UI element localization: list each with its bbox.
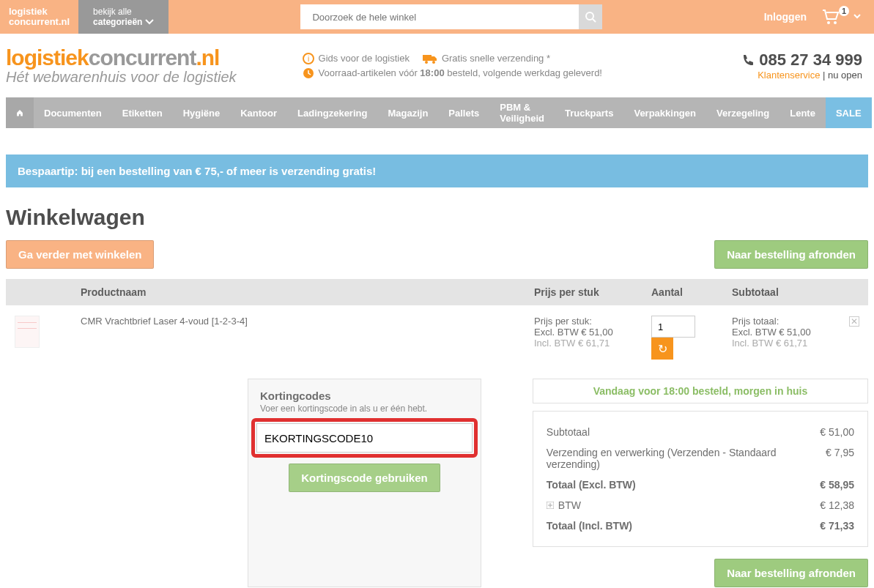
nav-item-9[interactable]: Verpakkingen xyxy=(623,97,706,128)
price-label: Prijs per stuk: xyxy=(534,316,634,327)
th-price: Prijs per stuk xyxy=(525,279,642,305)
top-logo[interactable]: logistiek concurrent.nl xyxy=(0,7,78,28)
nav-item-2[interactable]: Hygiëne xyxy=(173,97,231,128)
qty-update-button[interactable]: ↻ xyxy=(651,338,673,360)
subtotal-excl: Excl. BTW € 51,00 xyxy=(732,327,832,338)
chevron-down-icon xyxy=(145,18,154,26)
totals-ship-label: Verzending en verwerking (Verzenden - St… xyxy=(547,447,813,470)
nav-item-5[interactable]: Magazijn xyxy=(377,97,438,128)
svg-point-8 xyxy=(432,61,435,64)
checkout-button-bottom[interactable]: Naar bestelling afronden xyxy=(714,559,868,587)
svg-line-1 xyxy=(593,19,596,22)
top-logo-line1: logistiek xyxy=(9,7,70,17)
all-cat-line1: bekijk alle xyxy=(93,7,154,17)
info-icon: i xyxy=(303,53,314,64)
search-icon xyxy=(585,11,596,23)
free-shipping-banner: Bespaartip: bij een bestelling van € 75,… xyxy=(6,155,868,187)
truck-icon xyxy=(423,53,437,64)
totals-sub-value: € 51,00 xyxy=(810,426,854,438)
remove-item-button[interactable]: ✕ xyxy=(849,316,859,327)
customer-service-link[interactable]: Klantenservice xyxy=(758,70,820,81)
price-excl: Excl. BTW € 51,00 xyxy=(534,327,634,338)
phone-icon xyxy=(741,53,755,67)
nav-item-4[interactable]: Ladingzekering xyxy=(287,97,377,128)
apply-coupon-button[interactable]: Kortingscode gebruiken xyxy=(289,464,440,492)
th-qty: Aantal xyxy=(642,279,723,305)
subtotal-incl: Incl. BTW € 61,71 xyxy=(732,338,832,349)
usp-stock-pre: Voorraad-artikelen vóór xyxy=(319,67,421,78)
delivery-note: Vandaag voor 18:00 besteld, morgen in hu… xyxy=(533,379,868,403)
totals-incl-label: Totaal (Incl. BTW) xyxy=(547,520,632,532)
product-thumb[interactable] xyxy=(15,316,40,348)
login-link[interactable]: Inloggen xyxy=(764,11,807,23)
svg-point-7 xyxy=(425,61,428,64)
usp-guide: Gids voor de logistiek xyxy=(319,53,410,64)
product-name[interactable]: CMR Vrachtbrief Laser 4-voud [1-2-3-4] xyxy=(81,316,248,327)
totals-incl-value: € 71,33 xyxy=(810,520,854,532)
nav-item-3[interactable]: Kantoor xyxy=(230,97,287,128)
coupon-input[interactable] xyxy=(256,423,473,453)
mini-cart[interactable]: 1 xyxy=(821,9,861,25)
cart-count-badge: 1 xyxy=(839,6,849,16)
page-title: Winkelwagen xyxy=(6,205,868,230)
header-contact: 085 27 34 999 Klantenservice | nu open xyxy=(741,51,868,81)
usp-stock: Voorraad-artikelen vóór 18:00 besteld, v… xyxy=(319,67,602,78)
open-status: | nu open xyxy=(820,70,862,81)
all-categories-button[interactable]: bekijk alle categorieën xyxy=(78,0,168,34)
top-bar: logistiek concurrent.nl bekijk alle cate… xyxy=(0,0,874,34)
totals-btw-value: € 12,38 xyxy=(810,499,854,511)
logo-part2: concurrent xyxy=(89,45,196,70)
expand-icon[interactable] xyxy=(547,502,554,509)
clock-icon xyxy=(303,67,314,79)
main-nav: DocumentenEtikettenHygiëneKantoorLadingz… xyxy=(6,97,868,128)
all-cat-line2: categorieën xyxy=(93,17,142,27)
nav-sale[interactable]: SALE xyxy=(826,97,872,128)
header-usps: i Gids voor de logistiek Gratis snelle v… xyxy=(303,53,602,79)
search-button[interactable] xyxy=(579,4,602,29)
price-incl: Incl. BTW € 61,71 xyxy=(534,338,634,349)
home-icon xyxy=(16,106,23,119)
chevron-down-icon xyxy=(853,13,861,21)
svg-point-2 xyxy=(827,21,830,24)
checkout-button-top[interactable]: Naar bestelling afronden xyxy=(714,240,868,269)
totals-excl-value: € 58,95 xyxy=(810,479,854,491)
totals-excl-label: Totaal (Excl. BTW) xyxy=(547,479,636,491)
svg-rect-6 xyxy=(423,55,432,61)
th-sub: Subtotaal xyxy=(723,279,840,305)
svg-point-0 xyxy=(586,12,593,20)
totals-sub-label: Subtotaal xyxy=(547,426,590,438)
svg-text:i: i xyxy=(307,55,308,63)
totals-panel: Subtotaal€ 51,00 Verzending en verwerkin… xyxy=(533,411,868,547)
qty-input[interactable] xyxy=(651,316,695,338)
usp-stock-post: besteld, volgende werkdag geleverd! xyxy=(445,67,602,78)
nav-item-6[interactable]: Pallets xyxy=(438,97,489,128)
tagline: Hét webwarenhuis voor de logistiek xyxy=(6,69,237,86)
nav-item-8[interactable]: Truckparts xyxy=(555,97,623,128)
cart-row: CMR Vrachtbrief Laser 4-voud [1-2-3-4] P… xyxy=(6,305,868,370)
totals-ship-value: € 7,95 xyxy=(813,447,854,470)
top-logo-line2: concurrent.nl xyxy=(9,17,70,27)
logo-part3: .nl xyxy=(196,45,219,70)
cart-icon xyxy=(821,9,840,25)
nav-item-1[interactable]: Etiketten xyxy=(112,97,173,128)
svg-point-3 xyxy=(834,21,837,24)
nav-item-10[interactable]: Verzegeling xyxy=(706,97,779,128)
subtotal-label: Prijs totaal: xyxy=(732,316,832,327)
search-form xyxy=(300,4,602,29)
nav-item-0[interactable]: Documenten xyxy=(34,97,112,128)
nav-item-11[interactable]: Lente xyxy=(779,97,826,128)
usp-shipping: Gratis snelle verzending * xyxy=(442,53,550,64)
coupon-hint: Voer een kortingscode in als u er één he… xyxy=(260,403,469,414)
logo-part1: logistiek xyxy=(6,45,89,70)
continue-shopping-button[interactable]: Ga verder met winkelen xyxy=(6,240,154,269)
coupon-title: Kortingcodes xyxy=(260,390,469,402)
search-input[interactable] xyxy=(300,4,579,29)
coupon-highlight xyxy=(251,418,478,458)
totals-btw-label: BTW xyxy=(558,499,581,511)
logo-block[interactable]: logistiekconcurrent.nl Hét webwarenhuis … xyxy=(6,45,237,86)
nav-item-7[interactable]: PBM & Veiligheid xyxy=(489,97,555,128)
cart-table: Productnaam Prijs per stuk Aantal Subtot… xyxy=(6,279,868,370)
usp-stock-bold: 18:00 xyxy=(420,67,444,78)
main-header: logistiekconcurrent.nl Hét webwarenhuis … xyxy=(0,34,874,92)
nav-home[interactable] xyxy=(6,97,34,128)
